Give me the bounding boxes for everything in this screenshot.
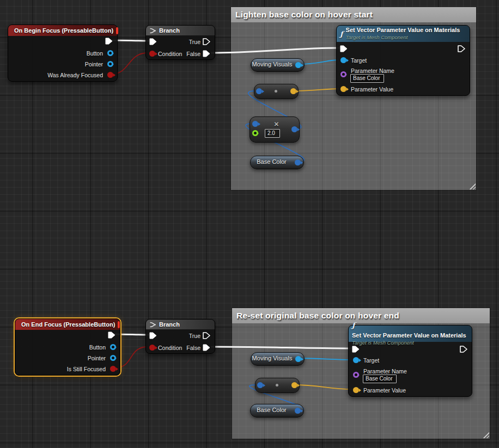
input-b-pin[interactable] bbox=[252, 130, 258, 136]
target-pin[interactable] bbox=[340, 57, 346, 63]
node-on-begin-focus[interactable]: On Begin Focus (PressableButton) Button … bbox=[8, 24, 118, 82]
exec-out-pin[interactable] bbox=[108, 332, 115, 339]
output-pin[interactable] bbox=[295, 408, 301, 414]
node-titlebar[interactable]: Branch bbox=[146, 320, 215, 329]
exec-in-pin[interactable] bbox=[340, 45, 348, 52]
parameter-value-pin[interactable] bbox=[353, 387, 359, 393]
node-titlebar[interactable]: ƒ Set Vector Parameter Value on Material… bbox=[349, 326, 472, 342]
parameter-name-pin[interactable] bbox=[353, 372, 359, 378]
getter-moving-visuals-bottom[interactable]: Moving Visuals bbox=[251, 352, 305, 366]
node-title: Branch bbox=[159, 321, 180, 328]
input-pin[interactable] bbox=[257, 382, 263, 388]
pin-label: Target bbox=[363, 357, 379, 364]
node-title: Set Vector Parameter Value on Materials bbox=[352, 332, 466, 340]
target-pin[interactable] bbox=[353, 357, 359, 363]
node-set-vector-parameter-top[interactable]: ƒ Set Vector Parameter Value on Material… bbox=[336, 25, 470, 96]
true-exec-pin[interactable] bbox=[203, 38, 210, 45]
output-pin[interactable] bbox=[291, 126, 297, 132]
pin-label: Pointer bbox=[85, 61, 103, 67]
pin-label: Condition bbox=[158, 345, 182, 351]
exec-out-pin[interactable] bbox=[105, 38, 113, 45]
pin-label: Is Still Focused bbox=[67, 366, 106, 372]
exec-in-pin[interactable] bbox=[352, 346, 360, 353]
node-title: Branch bbox=[159, 27, 180, 34]
wire-false-to-setvector-exec bbox=[211, 48, 340, 53]
exec-in-pin[interactable] bbox=[149, 332, 157, 339]
wire-conversion-to-paramvalue-2 bbox=[293, 385, 353, 389]
event-stop-icon bbox=[116, 27, 118, 34]
blueprint-graph-canvas[interactable]: Lighten base color on hover start Re-set… bbox=[0, 0, 499, 448]
pin-label: True bbox=[189, 39, 200, 45]
getter-moving-visuals-top[interactable]: Moving Visuals bbox=[251, 58, 305, 72]
wire-movingvisuals-to-target-2 bbox=[297, 358, 353, 360]
button-pin[interactable] bbox=[107, 50, 113, 56]
branch-icon bbox=[149, 28, 156, 34]
pin-label: Was Already Focused bbox=[47, 72, 103, 78]
node-subtitle: Target is Mesh Component bbox=[352, 340, 466, 346]
event-stop-icon bbox=[118, 321, 120, 328]
false-exec-pin[interactable] bbox=[203, 50, 210, 57]
pin-label: Parameter Name bbox=[363, 368, 407, 375]
output-pin[interactable] bbox=[290, 88, 296, 94]
condition-pin[interactable] bbox=[149, 51, 155, 57]
pin-label: Button bbox=[89, 344, 106, 351]
node-branch-bottom[interactable]: Branch Condition True False bbox=[145, 319, 215, 354]
getter-base-color-bottom[interactable]: Base Color bbox=[250, 404, 304, 418]
pointer-pin[interactable] bbox=[110, 355, 116, 361]
parameter-name-input[interactable] bbox=[350, 74, 384, 83]
pin-label: Pointer bbox=[88, 355, 106, 361]
pin-label: Condition bbox=[158, 51, 182, 57]
parameter-name-input[interactable] bbox=[363, 375, 397, 383]
pin-label: Button bbox=[87, 50, 103, 57]
node-titlebar[interactable]: On Begin Focus (PressableButton) bbox=[8, 25, 117, 36]
button-pin[interactable] bbox=[110, 344, 116, 350]
conversion-node-top[interactable] bbox=[254, 84, 299, 99]
node-title: On End Focus (PressableButton) bbox=[21, 321, 115, 328]
pin-label: True bbox=[189, 333, 200, 339]
getter-base-color-top[interactable]: Base Color bbox=[250, 156, 304, 169]
conversion-dot-icon bbox=[276, 384, 278, 386]
exec-out-pin[interactable] bbox=[460, 346, 467, 353]
true-exec-pin[interactable] bbox=[203, 332, 210, 339]
node-branch-top[interactable]: Branch Condition True False bbox=[145, 25, 215, 60]
branch-icon bbox=[149, 322, 156, 328]
pin-label: Parameter Name bbox=[351, 67, 394, 74]
conversion-dot-icon bbox=[275, 90, 277, 93]
input-a-pin[interactable] bbox=[252, 121, 258, 127]
was-already-focused-pin[interactable] bbox=[107, 72, 113, 78]
node-title: Set Vector Parameter Value on Materials bbox=[346, 27, 460, 34]
multiply-operator-icon: × bbox=[274, 119, 279, 128]
pin-label: Parameter Value bbox=[363, 387, 406, 394]
node-titlebar[interactable]: ƒ Set Vector Parameter Value on Material… bbox=[337, 26, 470, 42]
node-titlebar[interactable]: Branch bbox=[146, 26, 215, 35]
pointer-pin[interactable] bbox=[107, 61, 113, 67]
exec-out-pin[interactable] bbox=[458, 45, 465, 52]
node-set-vector-parameter-bottom[interactable]: ƒ Set Vector Parameter Value on Material… bbox=[348, 325, 472, 397]
conversion-node-bottom[interactable] bbox=[255, 378, 300, 393]
variable-name: Base Color bbox=[251, 158, 293, 165]
output-pin[interactable] bbox=[295, 62, 301, 68]
exec-in-pin[interactable] bbox=[149, 38, 157, 45]
node-titlebar[interactable]: On End Focus (PressableButton) bbox=[15, 319, 120, 330]
function-icon: ƒ bbox=[352, 321, 355, 329]
pin-label: Target bbox=[351, 57, 367, 64]
input-pin[interactable] bbox=[256, 88, 262, 94]
output-pin[interactable] bbox=[291, 382, 297, 388]
multiply-node[interactable]: × bbox=[249, 116, 300, 143]
is-still-focused-pin[interactable] bbox=[110, 366, 116, 372]
wire-conversion-to-paramvalue bbox=[293, 89, 340, 91]
output-pin[interactable] bbox=[295, 356, 301, 362]
condition-pin[interactable] bbox=[149, 345, 155, 351]
parameter-name-pin[interactable] bbox=[340, 71, 346, 77]
multiply-value-input[interactable] bbox=[265, 129, 280, 138]
false-exec-pin[interactable] bbox=[203, 344, 210, 351]
pin-label: Parameter Value bbox=[351, 86, 393, 93]
wire-false-to-setvector-exec-2 bbox=[211, 347, 352, 348]
pin-label: False bbox=[186, 51, 200, 57]
node-on-end-focus[interactable]: On End Focus (PressableButton) Button Po… bbox=[15, 318, 120, 376]
variable-name: Moving Visuals bbox=[251, 355, 293, 361]
node-subtitle: Target is Mesh Component bbox=[346, 34, 460, 41]
pin-label: False bbox=[186, 345, 200, 351]
output-pin[interactable] bbox=[295, 159, 301, 165]
parameter-value-pin[interactable] bbox=[340, 86, 346, 92]
